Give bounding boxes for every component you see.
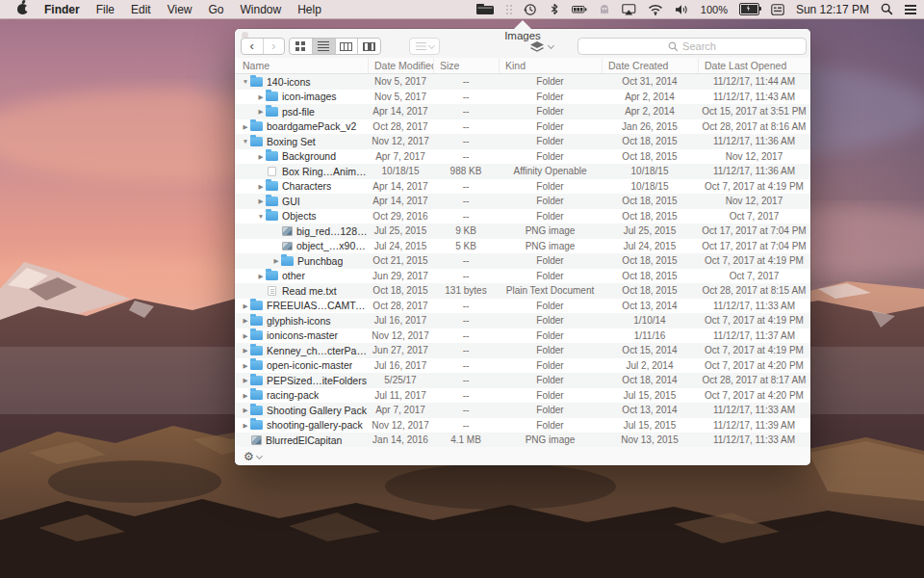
disclosure-triangle[interactable]: ▶ [241,299,250,313]
disclosure-triangle[interactable]: ▶ [256,194,266,208]
disclosure-triangle[interactable]: ▼ [241,134,250,148]
table-row[interactable]: ▶ GUI Apr 14, 2017 -- Folder Oct 18, 201… [235,194,810,209]
date-last-opened-cell: Oct 7, 2017 at 4:20 PM [698,360,810,371]
search-icon [668,41,679,52]
table-row[interactable]: ▼ 140-icons Nov 5, 2017 -- Folder Oct 31… [235,74,810,90]
airplay-icon[interactable] [622,0,636,18]
bluetooth-icon[interactable] [549,0,560,18]
table-row[interactable]: ▶ PEPSized…iteFolders 5/25/17 -- Folder … [235,373,810,388]
file-icon [250,420,263,430]
header-date-created[interactable]: Date Created [602,58,698,73]
table-row[interactable]: ▼ Boxing Set Nov 12, 2017 -- Folder Oct … [235,134,810,149]
time-machine-icon[interactable] [524,0,537,18]
date-modified-cell: Apr 14, 2017 [368,196,433,206]
disclosure-triangle[interactable]: ▶ [241,119,250,134]
table-row[interactable]: ▶ icon-images Nov 5, 2017 -- Folder Apr … [235,90,810,105]
disclosure-triangle[interactable]: ▼ [256,209,266,223]
disclosure-triangle[interactable]: ▶ [256,90,266,104]
table-row[interactable]: ▶ psd-file Apr 14, 2017 -- Folder Apr 2,… [235,104,810,119]
date-last-opened-cell: Oct 7, 2017 [698,271,810,281]
coverflow-view-button[interactable] [358,39,380,54]
kind-cell: Folder [499,375,602,385]
table-row[interactable]: ▶ Shooting Gallery Pack Apr 7, 2017 -- F… [235,403,810,418]
forward-button[interactable]: › [264,39,285,54]
disclosure-triangle[interactable]: ▶ [241,373,250,387]
notification-center-icon[interactable] [905,0,916,18]
apple-menu[interactable] [17,0,28,18]
back-button[interactable]: ‹ [242,39,264,54]
disclosure-triangle[interactable]: ▶ [241,418,250,433]
menu-go[interactable]: Go [209,3,224,16]
arrange-dropdown[interactable] [409,38,440,55]
table-row[interactable]: ▶ ionicons-master Nov 12, 2017 -- Folder… [235,328,810,344]
header-kind[interactable]: Kind [499,58,602,73]
disclosure-triangle[interactable]: ▶ [241,403,250,417]
ghost-icon[interactable] [599,0,610,18]
table-row[interactable]: ▶ Punchbag Oct 21, 2015 -- Folder Oct 18… [235,253,810,269]
battery-charging-icon[interactable] [739,0,759,18]
arrange-icon [416,42,426,44]
layers-dropdown[interactable] [529,38,553,55]
table-row[interactable]: ▶ racing-pack Jul 11, 2017 -- Folder Jul… [235,388,810,404]
disclosure-triangle[interactable]: ▶ [241,388,250,403]
table-row[interactable]: ▶ FREEUIAS…CAMTATZ Oct 28, 2017 -- Folde… [235,299,810,314]
device-battery-icon[interactable] [572,0,587,18]
header-name[interactable]: Name [235,58,368,73]
menu-file[interactable]: File [96,3,115,16]
table-row[interactable]: Box Ring…Anim.svg 10/18/15 988 KB Affini… [235,164,810,179]
name-cell: Box Ring…Anim.svg [235,166,368,177]
disclosure-triangle[interactable]: ▶ [241,358,250,373]
file-name: open-iconic-master [267,359,352,371]
header-date-last-opened[interactable]: Date Last Opened [698,58,810,73]
spotlight-icon[interactable] [881,0,893,18]
table-row[interactable]: ▶ shooting-gallery-pack Nov 12, 2017 -- … [235,418,810,434]
menu-finder[interactable]: Finder [44,3,80,16]
size-cell: -- [433,360,499,371]
kind-cell: Folder [499,121,602,132]
disclosure-triangle[interactable]: ▶ [241,328,250,343]
header-date-modified[interactable]: Date Modified [368,58,433,73]
table-row[interactable]: Read me.txt Oct 18, 2015 131 bytes Plain… [235,283,810,299]
table-row[interactable]: big_red…128.png Jul 25, 2015 9 KB PNG im… [235,223,810,239]
disclosure-triangle[interactable]: ▶ [241,343,250,357]
input-source-icon[interactable] [771,0,784,18]
active-app-folder-icon[interactable] [475,0,495,18]
disclosure-triangle[interactable]: ▶ [241,313,250,328]
icon-view-button[interactable] [290,39,313,54]
disclosure-triangle[interactable]: ▶ [256,104,266,118]
table-row[interactable]: BlurredElCapitan Jan 14, 2016 4.1 MB PNG… [235,433,810,448]
action-gear-button[interactable]: ⚙ [244,451,254,462]
file-icon [266,211,278,221]
disclosure-triangle[interactable]: ▼ [241,74,250,89]
search-input[interactable]: Search [578,38,807,55]
table-row[interactable]: ▼ Objects Oct 29, 2016 -- Folder Oct 18,… [235,209,810,224]
table-row[interactable]: ▶ open-iconic-master Jul 16, 2017 -- Fol… [235,358,810,374]
menu-edit[interactable]: Edit [131,3,151,16]
date-created-cell: Oct 18, 2014 [602,375,698,385]
menu-view[interactable]: View [167,3,192,16]
header-size[interactable]: Size [433,58,499,73]
table-row[interactable]: ▶ boardgamePack_v2 Oct 28, 2017 -- Folde… [235,119,810,135]
column-view-button[interactable] [336,39,359,54]
table-row[interactable]: ▶ glyphish-icons Jul 16, 2017 -- Folder … [235,313,810,328]
table-row[interactable]: ▶ Background Apr 7, 2017 -- Folder Oct 1… [235,149,810,165]
disclosure-triangle[interactable]: ▶ [256,149,266,164]
menu-bar-clock[interactable]: Sun 12:17 PM [796,3,869,16]
table-row[interactable]: ▶ Kenney_ch…cterPack_1 Jun 27, 2017 -- F… [235,343,810,358]
disclosure-triangle[interactable]: ▶ [256,179,266,194]
table-row[interactable]: ▶ Characters Apr 14, 2017 -- Folder 10/1… [235,179,810,195]
disclosure-triangle[interactable]: ▶ [256,269,266,283]
view-mode-control [289,38,381,55]
date-created-cell: Oct 31, 2014 [602,76,698,87]
menu-window[interactable]: Window [241,3,282,16]
dimmed-grid-icon[interactable] [506,0,512,18]
table-row[interactable]: ▶ other Jun 29, 2017 -- Folder Oct 18, 2… [235,269,810,284]
file-name: FREEUIAS…CAMTATZ [267,300,368,311]
menu-help[interactable]: Help [297,3,321,16]
disclosure-triangle[interactable]: ▶ [271,253,281,268]
volume-icon[interactable] [675,0,689,18]
size-cell: -- [433,420,499,431]
table-row[interactable]: object_…x90.png Jul 24, 2015 5 KB PNG im… [235,239,810,254]
list-view-button[interactable] [313,39,336,54]
wifi-icon[interactable] [648,0,663,18]
